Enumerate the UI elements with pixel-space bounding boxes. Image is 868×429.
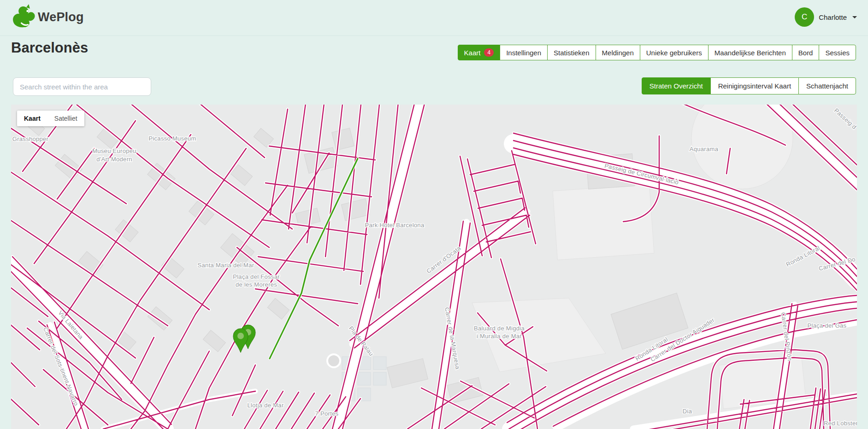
squirrel-logo-icon (10, 4, 36, 30)
tab-meldingen[interactable]: Meldingen (596, 45, 640, 60)
map-label: de les Moreres (236, 281, 277, 288)
map-label: Plaça del Fossar (233, 273, 280, 280)
map-label: Aquarama (690, 146, 719, 153)
map-label: Passeig d (833, 107, 857, 130)
map-type-satelliet[interactable]: Satelliet (47, 111, 84, 126)
map-label: Llotja de Mar (247, 402, 283, 409)
map-svg: GrasshopperPicasso MuseumMuseu Europeud'… (11, 105, 857, 429)
map-label: Santa Maria del Mar (198, 262, 254, 269)
map-label: Park Hotel Barcelona (365, 222, 425, 229)
tab-label: Unieke gebruikers (646, 49, 702, 57)
tab-label: Kaart (464, 49, 481, 57)
map-type-kaart[interactable]: Kaart (17, 111, 47, 126)
user-menu[interactable]: C Charlotte (795, 7, 857, 27)
tab-unieke-gebruikers[interactable]: Unieke gebruikers (640, 45, 709, 60)
notification-badge: 4 (484, 48, 494, 57)
tab-label: Meldingen (602, 49, 634, 57)
tab-label: Statistieken (554, 49, 590, 57)
map-pin-icon[interactable] (233, 329, 248, 353)
main-tabs: Kaart4InstellingenStatistiekenMeldingenU… (458, 45, 856, 60)
map-label: Plaça del Gas (808, 322, 847, 329)
tab-maandelijkse-berichten[interactable]: Maandelijkse Berichten (708, 45, 792, 60)
subtab-straten-overzicht[interactable]: Straten Overzicht (642, 77, 711, 94)
tab-bord[interactable]: Bord (792, 45, 820, 60)
map-label: Museu Europeu (92, 147, 136, 154)
page-title: Barcelonès (11, 40, 88, 56)
map-label: Picasso Museum (148, 135, 196, 142)
tab-instellingen[interactable]: Instellingen (500, 45, 548, 60)
tab-label: Schattenjacht (806, 82, 848, 90)
tab-label: Sessies (825, 49, 850, 57)
search-input[interactable] (13, 77, 151, 96)
tab-label: Reinigingsinterval Kaart (718, 82, 791, 90)
subtab-schattenjacht[interactable]: Schattenjacht (798, 77, 856, 94)
user-name: Charlotte (819, 13, 847, 21)
map-label: Grasshopper (12, 135, 49, 142)
roundabout (327, 354, 340, 367)
tab-label: Maandelijkse Berichten (714, 49, 786, 57)
map-markers (233, 325, 255, 353)
map-label: Red Lobster (824, 420, 857, 427)
tab-sessies[interactable]: Sessies (819, 45, 856, 60)
map-label: Baluard de Migdia (474, 325, 525, 332)
map-label: i Muralla de Mar (477, 333, 522, 340)
map-type-toggle: KaartSatelliet (17, 111, 84, 126)
tab-kaart[interactable]: Kaart4 (458, 45, 501, 60)
brand-name: WePlog (38, 10, 84, 24)
map-label: 7 Portes (315, 410, 339, 417)
tab-label: Bord (798, 49, 813, 57)
map-label: Dia (683, 408, 692, 415)
tab-statistieken[interactable]: Statistieken (547, 45, 596, 60)
subtab-reinigingsinterval-kaart[interactable]: Reinigingsinterval Kaart (710, 77, 799, 94)
avatar[interactable]: C (795, 7, 814, 27)
map-label: d'Art Modern (96, 156, 132, 163)
tab-label: Instellingen (506, 49, 541, 57)
map-canvas[interactable]: KaartSatelliet (11, 105, 857, 429)
chevron-down-icon (852, 16, 857, 18)
app-logo: WePlog (10, 4, 84, 30)
map-label: Ronda Litoral (785, 244, 821, 268)
map-subtabs: Straten OverzichtReinigingsinterval Kaar… (642, 77, 856, 94)
tab-label: Straten Overzicht (650, 82, 703, 90)
app-header: WePlog C Charlotte (0, 0, 868, 36)
